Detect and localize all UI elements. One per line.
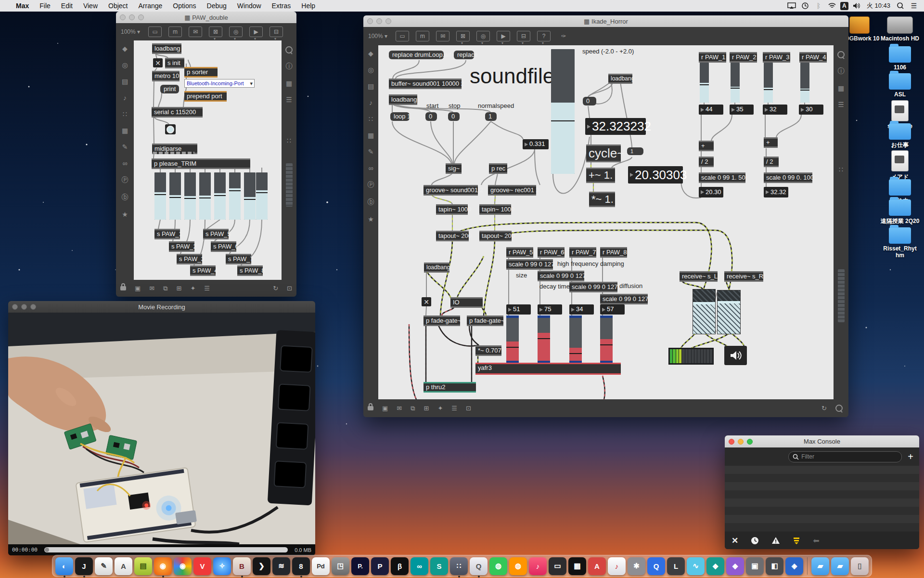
div2-right-object[interactable]: / 2 xyxy=(764,157,779,167)
movie-scrubber[interactable] xyxy=(44,547,288,552)
loadbang2-object[interactable]: loadbang xyxy=(608,74,632,84)
history-clock-icon[interactable] xyxy=(751,537,759,545)
send-paw6-object[interactable]: s PAW_6 xyxy=(211,241,236,252)
dock-icon-supercollider[interactable]: S xyxy=(430,557,448,575)
comment-icon[interactable]: ✉ xyxy=(436,31,449,41)
new-object-icon[interactable]: ▭ xyxy=(396,31,409,41)
dock-icon-bigb[interactable]: B xyxy=(233,557,251,575)
desktop-icon-1106[interactable]: 1106 xyxy=(879,46,921,71)
dock-icon-settings[interactable]: ✱ xyxy=(628,557,645,575)
ikade-canvas[interactable]: replace drumLoop.aif replace buffer~ sou… xyxy=(378,45,834,399)
dock-icon-audacity[interactable]: A xyxy=(588,557,606,575)
receive-paw7-object[interactable]: r PAW_7 xyxy=(569,247,596,258)
grid-snap-icon[interactable]: ⊞ xyxy=(424,405,429,412)
dock-icon-processing[interactable]: P xyxy=(371,557,389,575)
scale-damping-object[interactable]: scale 0 99 0 127 xyxy=(538,271,584,281)
help-icon[interactable]: ?▾ xyxy=(537,31,551,41)
multislider-7[interactable] xyxy=(244,172,256,220)
button-icon[interactable]: ◎▾ xyxy=(476,31,490,41)
list-icon[interactable]: ☰ xyxy=(286,96,292,104)
replace-drumloop-message[interactable]: replace drumLoop.aif xyxy=(389,51,444,59)
scale-left-object[interactable]: scale 0 99 1. 50. xyxy=(699,172,745,183)
clear-console-icon[interactable]: ✕ xyxy=(732,536,738,546)
desktop-icon-enkaku[interactable]: 遠隔授業 2Q20 xyxy=(879,199,921,225)
dock-icon-puredata[interactable]: Pd xyxy=(312,557,330,575)
keyboard-icon[interactable]: ▤ xyxy=(122,78,128,85)
tapout-b-object[interactable]: tapout~ 200 xyxy=(479,231,512,241)
spotlight-icon[interactable] xyxy=(895,1,906,10)
menu-extras[interactable]: Extras xyxy=(267,2,296,10)
dock-icon-quicktime[interactable]: Q xyxy=(470,557,488,575)
plug-icon[interactable]: ∞ xyxy=(123,159,128,167)
groove-sound-object[interactable]: groove~ sound001 2 xyxy=(424,185,478,196)
wrench-icon[interactable]: ✦ xyxy=(190,285,195,292)
paw1-number[interactable]: 44 xyxy=(699,105,723,115)
number-2030[interactable]: 20.30 xyxy=(699,187,723,197)
grid-snap-icon[interactable]: ⊞ xyxy=(177,285,182,292)
loadbang3-object[interactable]: loadbang xyxy=(424,263,449,273)
dock-icon-chrome[interactable]: ◉ xyxy=(174,557,192,575)
send-paw8-object[interactable]: s PAW_8 xyxy=(237,265,263,276)
cycle-object[interactable]: cycle~ xyxy=(586,144,621,162)
multislider-1[interactable] xyxy=(154,172,166,220)
multislider-4[interactable] xyxy=(199,172,211,220)
jitter-icon[interactable]: ▦ xyxy=(368,131,374,139)
fade-gate-right-object[interactable]: p fade-gate~ xyxy=(467,315,503,326)
console-icon[interactable]: ✉ xyxy=(397,405,402,412)
receive-paw5-object[interactable]: r PAW_5 xyxy=(506,247,533,258)
menu-debug[interactable]: Debug xyxy=(202,2,232,10)
menu-window[interactable]: Window xyxy=(232,2,267,10)
dock-icon-jitter-cube[interactable]: ◳ xyxy=(332,557,349,575)
search-icon[interactable] xyxy=(285,46,293,53)
menu-file[interactable]: File xyxy=(34,2,56,10)
dock-icon-cube-app[interactable]: ◧ xyxy=(766,557,783,575)
ezdac-speaker-button[interactable] xyxy=(724,346,747,365)
times-sig-object[interactable]: *~ 1. xyxy=(589,192,615,207)
back-arrow-icon[interactable]: ⬅ xyxy=(813,536,819,545)
bars-icon[interactable]: ☰ xyxy=(451,405,457,412)
menu-view[interactable]: View xyxy=(78,2,103,10)
number-icon[interactable]: ⊟▾ xyxy=(517,31,530,41)
number-0331[interactable]: 0.331 xyxy=(523,139,549,149)
normalspeed-one-message[interactable]: 1 xyxy=(485,112,497,121)
dock-icon-beta[interactable]: β xyxy=(391,557,409,575)
matrix-icon[interactable]: ∷ xyxy=(369,115,373,123)
send-paw1-object[interactable]: s PAW_1 xyxy=(154,229,180,239)
info-icon[interactable]: ⓘ xyxy=(286,62,293,71)
paw6-number[interactable]: 75 xyxy=(538,304,562,315)
reverb-slider-diffusion[interactable] xyxy=(600,315,613,363)
dock-icon-trash[interactable]: ▯ xyxy=(851,557,869,575)
plus-sig-object[interactable]: +~ 1. xyxy=(586,168,615,183)
dock-icon-audio-eight[interactable]: 8 xyxy=(292,557,310,575)
dock-icon-notes[interactable]: ▤ xyxy=(134,557,152,575)
desktop-icon-macintosh-hd[interactable]: Macintosh HD xyxy=(879,16,921,42)
dock-icon-folder-a[interactable]: ▰ xyxy=(811,557,829,575)
stack-filter-icon[interactable] xyxy=(793,537,800,544)
p-thru2-object[interactable]: p thru2 xyxy=(424,382,476,393)
grid-icon[interactable]: ▦ xyxy=(286,79,292,87)
groove-rec-object[interactable]: groove~ rec001 2 xyxy=(488,185,536,196)
paw4-number[interactable]: 30 xyxy=(799,105,823,115)
p-icon[interactable]: Ⓟ xyxy=(368,181,374,189)
io-object[interactable]: IO xyxy=(450,297,483,308)
movie-titlebar[interactable]: Movie Recording xyxy=(8,301,315,313)
paw2-number[interactable]: 35 xyxy=(730,105,754,115)
refresh-icon[interactable]: ↻ xyxy=(273,285,278,292)
new-object-icon[interactable]: ▭ xyxy=(148,26,162,37)
menu-edit[interactable]: Edit xyxy=(56,2,78,10)
paint-icon[interactable]: ✑ xyxy=(557,31,570,41)
mixer-icon[interactable]: ∷ xyxy=(839,166,843,173)
loadbang-object[interactable]: loadbang xyxy=(152,43,181,54)
object-palette-icon[interactable]: ◆ xyxy=(368,50,373,57)
bars-icon[interactable]: ☰ xyxy=(204,285,210,292)
start-zero-message[interactable]: 0 xyxy=(425,112,437,121)
select-icon[interactable]: ▣ xyxy=(135,285,141,292)
sig-object[interactable]: sig~ xyxy=(446,163,462,174)
multislider-3[interactable] xyxy=(184,172,196,220)
keyboard-icon[interactable]: ▤ xyxy=(368,82,374,90)
gain-slider-right[interactable] xyxy=(717,290,741,334)
console-log-area[interactable] xyxy=(725,466,919,532)
send-paw3-object[interactable]: s PAW_3 xyxy=(177,254,202,264)
stop-zero-message[interactable]: 0 xyxy=(448,112,460,121)
warning-icon[interactable] xyxy=(771,537,780,544)
